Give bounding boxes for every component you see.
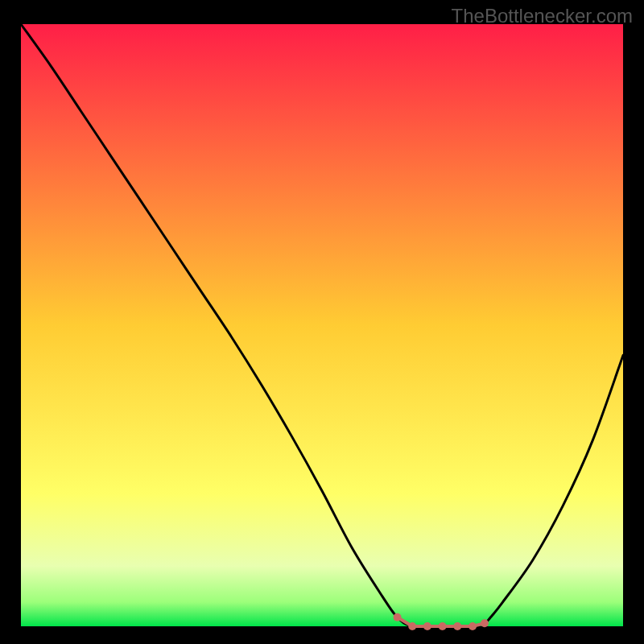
svg-point-1 [408, 622, 416, 630]
plot-background [21, 24, 623, 626]
svg-point-3 [439, 622, 447, 630]
watermark-text: TheBottlenecker.com [452, 5, 633, 27]
svg-point-6 [481, 619, 489, 627]
svg-point-0 [394, 613, 402, 621]
svg-point-4 [453, 622, 461, 630]
svg-point-5 [469, 622, 477, 630]
chart-container: TheBottlenecker.com [0, 0, 644, 644]
bottleneck-chart [0, 0, 644, 644]
svg-point-2 [423, 622, 431, 630]
